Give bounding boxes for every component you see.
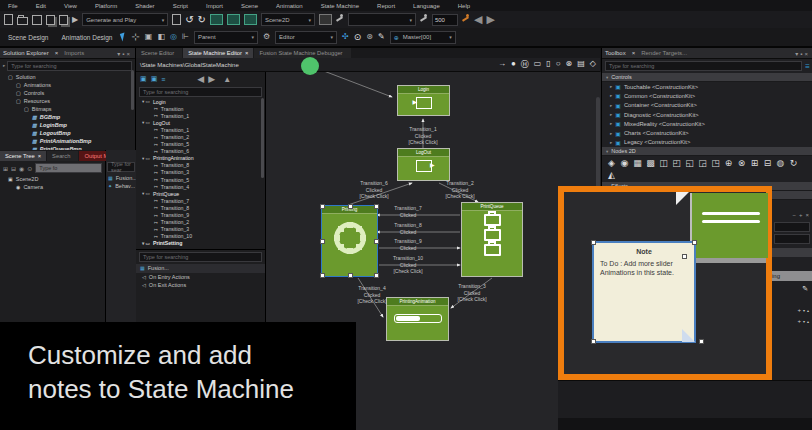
menu-item[interactable]: State Machine	[321, 3, 359, 9]
node-2d-icon[interactable]: ◭	[606, 170, 617, 180]
mini-panel-item[interactable]: ✦ Behav...	[106, 182, 136, 190]
scene-tree-item[interactable]: ▣ Scene2D	[0, 175, 105, 183]
transition-tree-item[interactable]: ↦ Transition_2	[136, 219, 265, 226]
toolbox-search-input[interactable]: Type for searching	[605, 61, 802, 71]
transition-tree-item[interactable]: ↦ Transition_2	[136, 133, 265, 140]
scene-select-combo[interactable]: Scene2D▾	[261, 13, 315, 26]
fusion-row[interactable]: ▦ Fusion...	[136, 264, 265, 273]
panel-header-buttons[interactable]: −+×	[772, 210, 812, 220]
new-file-icon[interactable]	[4, 14, 13, 25]
initial-state-node[interactable]	[301, 57, 319, 75]
transition-tree-item[interactable]: ▾ ▭ PrintSetting	[136, 240, 265, 247]
toolbox-item[interactable]: ▸ ▣ Legacy <ConstructionKit>	[602, 138, 812, 147]
redo-icon[interactable]: ↻	[198, 16, 206, 24]
play-icon[interactable]: ▶	[72, 16, 78, 24]
layout-icon[interactable]: ▣	[151, 75, 158, 83]
initial-state-tool-icon[interactable]: ●	[511, 59, 516, 70]
pan-tool-icon[interactable]: ▣	[145, 33, 153, 41]
scene-thumbnail-icon[interactable]	[244, 14, 257, 25]
solution-tree-item[interactable]: ▢ Animations	[0, 81, 135, 89]
row[interactable]	[772, 248, 812, 257]
scrollbar[interactable]	[261, 98, 264, 178]
node-2d-icon[interactable]: ◍	[775, 158, 786, 168]
solution-tree-item[interactable]: ▢ Bitmaps	[0, 105, 135, 113]
nav-back-icon[interactable]: ◀	[197, 74, 204, 84]
close-icon[interactable]: ×	[55, 50, 59, 56]
editor-combo[interactable]: Editor▾	[275, 31, 337, 44]
align-tool-icon[interactable]: ⊩	[182, 33, 189, 41]
nav-up-icon[interactable]: ▲	[223, 75, 231, 84]
transition-search-input[interactable]: Type for searching	[139, 87, 262, 97]
menu-item[interactable]: Report	[377, 3, 395, 9]
state-node-printqueue[interactable]: PrintQueue	[461, 202, 523, 277]
menu-item[interactable]: View	[64, 3, 77, 9]
solution-tree-item[interactable]: ▨ PrintAnimationBmp	[0, 137, 135, 145]
edit-row[interactable]: ✎	[772, 281, 812, 297]
menu-item[interactable]: Import	[206, 3, 223, 9]
on-exit-actions-row[interactable]: ◁ On Exit Actions	[136, 281, 265, 289]
exit-point-tool-icon[interactable]: ⊗	[566, 59, 573, 70]
run-animation-icon[interactable]	[420, 14, 428, 25]
menu-item[interactable]: Edit	[36, 3, 46, 9]
editor-tab[interactable]: Scene Editor	[136, 48, 182, 58]
scene-tree-tab[interactable]: Search	[47, 151, 78, 161]
state-node-login[interactable]: Login ▶	[397, 85, 450, 116]
scene-tree-tab[interactable]: Scene Tree×	[0, 151, 46, 161]
node-2d-icon[interactable]: ◈	[606, 158, 617, 168]
menu-item[interactable]: Script	[173, 3, 188, 9]
tab-toolbox[interactable]: Toolbox	[605, 50, 626, 56]
node-2d-icon[interactable]: ◰	[671, 158, 682, 168]
field[interactable]	[774, 234, 810, 244]
expander-icon[interactable]: ▸	[610, 112, 612, 117]
node-2d-icon[interactable]: ▩	[645, 158, 656, 168]
scene-thumbnail-icon[interactable]	[227, 14, 240, 25]
remove-node-icon[interactable]: ⊟	[11, 165, 16, 172]
crop-tool-icon[interactable]: ◧	[157, 33, 165, 41]
transition-label[interactable]: Transition_10Clicked[Check Click]	[372, 255, 444, 275]
parent-combo[interactable]: Parent▾	[194, 31, 258, 44]
expander-icon[interactable]: ▸	[610, 93, 612, 98]
final-state-tool-icon[interactable]: ○	[556, 59, 561, 70]
transition-tree-item[interactable]: ↦ Transition_3	[136, 169, 265, 176]
toolbox-item[interactable]: ▸ ▣ Diagnostic <ConstructionKit>	[602, 110, 812, 119]
lock-icon[interactable]: ◉	[19, 165, 24, 172]
add-node-icon[interactable]: ⊞	[3, 165, 8, 172]
scrollbar[interactable]	[131, 70, 134, 110]
transition-tree-item[interactable]: ↦ Transition_1	[136, 126, 265, 133]
transition-tree-item[interactable]: ▾ ▭ Login	[136, 98, 265, 105]
history-state-tool-icon[interactable]: Ⓗ	[521, 59, 529, 70]
field[interactable]	[774, 222, 810, 232]
scene-tree-item[interactable]: ◉ Camera	[0, 183, 105, 191]
expander-icon[interactable]: ▸	[610, 131, 612, 136]
state-tool-icon[interactable]: ▭	[534, 59, 542, 70]
paste-icon[interactable]	[59, 15, 68, 25]
transition-label[interactable]: Transition_1Clicked[Check Click]	[388, 126, 458, 146]
pen-tool-icon[interactable]: ✎	[378, 33, 385, 41]
transition-tree-item[interactable]: ▾ ▭ PrintingAnimation	[136, 155, 265, 162]
filter-menu-icon[interactable]: ≡	[805, 62, 810, 71]
runner-icon[interactable]	[336, 14, 344, 25]
node-2d-icon[interactable]: ▦	[632, 158, 643, 168]
select-cursor-icon[interactable]	[120, 32, 127, 41]
scene-tree-search-input[interactable]: Type fo	[35, 163, 102, 173]
snap-tool-icon[interactable]: ✣	[342, 33, 349, 41]
transition-label[interactable]: Transition_3Clicked[Check Click]	[436, 283, 508, 303]
transition-tree-item[interactable]: ↦ Transition_7	[136, 197, 265, 204]
transition-tool-icon[interactable]: →	[498, 59, 506, 70]
eye-icon[interactable]: ⊙	[27, 165, 32, 172]
report-icon[interactable]	[172, 14, 181, 25]
transition-tree-item[interactable]: ↦ Transition_6	[136, 148, 265, 155]
selected-item-row[interactable]: ing	[772, 271, 812, 281]
capture-icon[interactable]	[319, 14, 332, 25]
note-tool-icon[interactable]: ▤	[577, 59, 585, 70]
menu-item[interactable]: Shader	[135, 3, 154, 9]
state-node-fragment[interactable]	[690, 193, 768, 258]
node-2d-icon[interactable]: ◫	[658, 158, 669, 168]
animation-select-combo[interactable]: ▾	[348, 13, 416, 26]
transition-tree-item[interactable]: ↦ Transition_5	[136, 176, 265, 183]
transition-tree-item[interactable]: ↦ Transition_10	[136, 233, 265, 240]
transition-label[interactable]: Transition_6Clicked[Check Click]	[338, 180, 410, 200]
note-sticky[interactable]: Note To Do : Add more slider Animations …	[592, 241, 696, 343]
on-entry-actions-row[interactable]: ◁ On Entry Actions	[136, 273, 265, 281]
transition-label[interactable]: Transition_9Clicked	[372, 238, 444, 251]
